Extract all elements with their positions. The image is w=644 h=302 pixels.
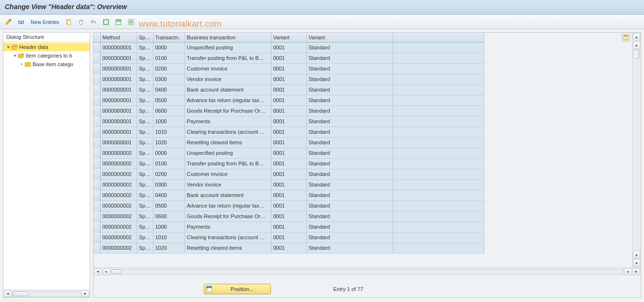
cell-spl[interactable]: Split… — [137, 116, 153, 127]
cell-variant[interactable]: 0001 — [271, 221, 306, 232]
column-header-method[interactable]: Method — [100, 33, 137, 42]
row-selector[interactable] — [94, 243, 100, 253]
cell-vartxt[interactable]: Standard — [306, 127, 393, 137]
table-scroll-right-button[interactable]: ► — [632, 268, 640, 275]
cell-vartxt[interactable]: Standard — [306, 169, 393, 179]
cell-method[interactable]: 0000000002 — [100, 158, 137, 169]
cell-method[interactable]: 0000000002 — [100, 211, 137, 221]
cell-variant[interactable]: 0001 — [271, 179, 306, 190]
cell-btxt[interactable]: Resetting cleared items — [185, 137, 271, 148]
cell-variant[interactable]: 0001 — [271, 190, 306, 200]
cell-transactn[interactable]: 0100 — [153, 53, 185, 63]
cell-method[interactable]: 0000000001 — [100, 74, 137, 84]
table-row[interactable]: 0000000002Split…0600Goods Receipt for Pu… — [94, 211, 484, 221]
cell-transactn[interactable]: 0200 — [153, 63, 185, 74]
cell-vartxt[interactable]: Standard — [306, 148, 393, 158]
undo-button[interactable] — [89, 17, 98, 27]
cell-btxt[interactable]: Resetting cleared items — [185, 243, 271, 253]
configure-columns-button[interactable] — [621, 33, 630, 42]
cell-spl[interactable]: Split… — [137, 221, 153, 232]
table-row[interactable]: 0000000002Split…0200Customer invoice0001… — [94, 169, 484, 179]
cell-transactn[interactable]: 1020 — [153, 137, 185, 148]
table-row[interactable]: 0000000002Split…1010Clearing transaction… — [94, 232, 484, 243]
deselect-all-button[interactable] — [126, 17, 136, 27]
row-selector[interactable] — [94, 42, 100, 53]
table-row[interactable]: 0000000001Split…0000Unspecified posting0… — [94, 42, 484, 53]
cell-vartxt[interactable]: Standard — [306, 179, 393, 190]
cell-variant[interactable]: 0001 — [271, 158, 306, 169]
cell-spl[interactable]: Split… — [137, 84, 153, 95]
cell-spl[interactable]: Split… — [137, 105, 153, 116]
cell-method[interactable]: 0000000001 — [100, 116, 137, 127]
row-selector[interactable] — [94, 84, 100, 95]
cell-method[interactable]: 0000000002 — [100, 169, 137, 179]
table-row[interactable]: 0000000002Split…1000Payments0001Standard — [94, 221, 484, 232]
cell-variant[interactable]: 0001 — [271, 148, 306, 158]
scroll-left-button[interactable]: ◄ — [4, 290, 12, 297]
cell-method[interactable]: 0000000002 — [100, 148, 137, 158]
row-selector[interactable] — [94, 190, 100, 200]
cell-vartxt[interactable]: Standard — [306, 243, 393, 253]
cell-transactn[interactable]: 0500 — [153, 95, 185, 105]
cell-method[interactable]: 0000000002 — [100, 243, 137, 253]
table-scroll-left-button[interactable]: ◄ — [94, 268, 102, 275]
cell-btxt[interactable]: Vendor invoice — [185, 74, 271, 84]
cell-btxt[interactable]: Unspecified posting — [185, 42, 271, 53]
row-selector[interactable] — [94, 158, 100, 169]
cell-transactn[interactable]: 0200 — [153, 169, 185, 179]
cell-method[interactable]: 0000000001 — [100, 53, 137, 63]
cell-spl[interactable]: Split… — [137, 190, 153, 200]
row-selector[interactable] — [94, 148, 100, 158]
cell-spl[interactable]: Split… — [137, 232, 153, 243]
row-selector[interactable] — [94, 169, 100, 179]
dialog-structure-tree[interactable]: ▾Header data▾Item categories to b•Base i… — [3, 42, 90, 290]
scroll-down-button[interactable]: ▼ — [633, 259, 640, 267]
cell-spl[interactable]: Split… — [137, 53, 153, 63]
table-row[interactable]: 0000000002Split…1020Resetting cleared it… — [94, 243, 484, 253]
cell-transactn[interactable]: 1010 — [153, 232, 185, 243]
cell-btxt[interactable]: Vendor invoice — [185, 179, 271, 190]
cell-transactn[interactable]: 0100 — [153, 158, 185, 169]
cell-btxt[interactable]: Goods Receipt for Purchase Or… — [185, 105, 271, 116]
cell-variant[interactable]: 0001 — [271, 200, 306, 211]
cell-btxt[interactable]: Goods Receipt for Purchase Or… — [185, 211, 271, 221]
scroll-right-button[interactable]: ► — [82, 290, 89, 297]
cell-variant[interactable]: 0001 — [271, 63, 306, 74]
cell-variant[interactable]: 0001 — [271, 84, 306, 95]
cell-btxt[interactable]: Advance tax return (regular tax… — [185, 200, 271, 211]
scroll-thumb[interactable] — [13, 291, 28, 296]
cell-spl[interactable]: Split… — [137, 211, 153, 221]
table-row[interactable]: 0000000001Split…0200Customer invoice0001… — [94, 63, 484, 74]
cell-btxt[interactable]: Transfer posting from P&L to B… — [185, 53, 271, 63]
cell-method[interactable]: 0000000001 — [100, 127, 137, 137]
cell-btxt[interactable]: Clearing transactions (account … — [185, 232, 271, 243]
scroll-down-step-button[interactable]: ▴ — [633, 251, 640, 258]
cell-btxt[interactable]: Transfer posting from P&L to B… — [185, 158, 271, 169]
cell-method[interactable]: 0000000002 — [100, 179, 137, 190]
cell-vartxt[interactable]: Standard — [306, 221, 393, 232]
cell-spl[interactable]: Split… — [137, 243, 153, 253]
table-scroll-right-step-button[interactable]: ◂ — [624, 268, 632, 275]
cell-transactn[interactable]: 0400 — [153, 84, 185, 95]
cell-transactn[interactable]: 1000 — [153, 221, 185, 232]
cell-spl[interactable]: Split… — [137, 137, 153, 148]
row-selector[interactable] — [94, 95, 100, 105]
table-row[interactable]: 0000000001Split…0300Vendor invoice0001St… — [94, 74, 484, 84]
cell-vartxt[interactable]: Standard — [306, 211, 393, 221]
cell-method[interactable]: 0000000001 — [100, 105, 137, 116]
cell-spl[interactable]: Split… — [137, 148, 153, 158]
cell-transactn[interactable]: 0300 — [153, 74, 185, 84]
cell-btxt[interactable]: Customer invoice — [185, 169, 271, 179]
tree-node-base-item-catego[interactable]: •Base item catego — [3, 60, 90, 69]
cell-variant[interactable]: 0001 — [271, 232, 306, 243]
row-selector[interactable] — [94, 232, 100, 243]
position-button[interactable]: Position... — [204, 284, 271, 294]
table-horizontal-scrollbar[interactable]: ◄ ▸ ◂ ► — [94, 267, 641, 275]
cell-spl[interactable]: Split… — [137, 74, 153, 84]
table-row[interactable]: 0000000001Split…0100Transfer posting fro… — [94, 53, 484, 63]
cell-variant[interactable]: 0001 — [271, 74, 306, 84]
new-entries-button[interactable]: New Entries — [29, 19, 61, 25]
row-selector[interactable] — [94, 116, 100, 127]
table-row[interactable]: 0000000001Split…1000Payments0001Standard — [94, 116, 484, 127]
scroll-up-step-button[interactable]: ▾ — [633, 42, 640, 49]
